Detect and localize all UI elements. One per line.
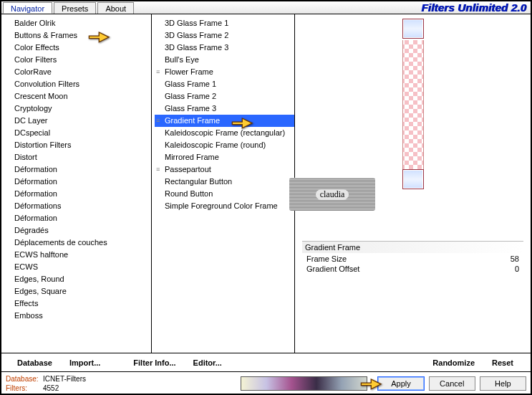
app-title: Filters Unlimited 2.0 (421, 1, 526, 14)
category-item[interactable]: Effects (4, 298, 151, 310)
param-value: 0 (515, 265, 519, 273)
help-button[interactable]: Help (480, 376, 526, 391)
category-item[interactable]: DC Layer (4, 115, 151, 127)
cancel-button[interactable]: Cancel (429, 376, 475, 391)
filter-item[interactable]: 3D Glass Frame 3 (155, 42, 294, 54)
param-label: Frame Size (306, 254, 347, 263)
filter-item[interactable]: Glass Frame 3 (155, 103, 294, 115)
category-item[interactable]: Emboss (4, 310, 151, 322)
category-item[interactable]: Déplacements de couches (4, 237, 151, 249)
param-row[interactable]: Gradient Offset0 (306, 265, 519, 273)
preview-bottom-frame (402, 169, 424, 189)
category-item[interactable]: Color Filters (4, 54, 151, 66)
filter-item[interactable]: Kaleidoscopic Frame (round) (155, 139, 294, 151)
category-item[interactable]: ECWS (4, 261, 151, 273)
watermark-text: claudia (316, 189, 349, 200)
filter-item[interactable]: 3D Glass Frame 2 (155, 29, 294, 42)
editor-button[interactable]: Editor... (185, 358, 231, 367)
filter-item[interactable]: Rectangular Button (155, 176, 294, 188)
param-label: Gradient Offset (306, 265, 359, 273)
category-item[interactable]: Color Effects (4, 42, 151, 54)
category-item[interactable]: Crescent Moon (4, 90, 151, 103)
category-item[interactable]: ColorRave (4, 66, 151, 78)
filter-item[interactable]: Glass Frame 2 (155, 90, 294, 103)
filter-item[interactable]: Mirrored Frame (155, 151, 294, 163)
filter-item[interactable]: Glass Frame 1 (155, 78, 294, 90)
gradient-preview-bar (241, 376, 368, 391)
category-item[interactable]: Déformations (4, 200, 151, 212)
category-item[interactable]: Distortion Filters (4, 139, 151, 151)
param-title: Gradient Frame (302, 241, 523, 253)
import-button[interactable]: Import... (61, 358, 109, 367)
param-row[interactable]: Frame Size58 (306, 254, 519, 263)
category-item[interactable]: Edges, Square (4, 285, 151, 298)
preview-checker (402, 40, 424, 169)
category-item[interactable]: Convolution Filters (4, 78, 151, 90)
category-item[interactable]: Cryptology (4, 103, 151, 115)
category-item[interactable]: DCspecial (4, 127, 151, 139)
status-db-label: Database: (6, 374, 43, 384)
reset-button[interactable]: Reset (483, 358, 522, 367)
param-value: 58 (511, 254, 519, 263)
filter-list[interactable]: 3D Glass Frame 13D Glass Frame 23D Glass… (155, 17, 294, 351)
status-filters-value: 4552 (43, 384, 59, 392)
category-item[interactable]: Déformation (4, 163, 151, 176)
category-item[interactable]: Dégradés (4, 224, 151, 237)
filter-item[interactable]: Simple Foreground Color Frame (155, 200, 294, 212)
filter-info-button[interactable]: Filter Info... (125, 358, 184, 367)
status-info: Database:ICNET-Filters Filters:4552 (6, 374, 133, 393)
category-item[interactable]: ECWS halftone (4, 249, 151, 261)
status-db-value: ICNET-Filters (43, 375, 86, 383)
category-item[interactable]: Déformation (4, 188, 151, 200)
category-item[interactable]: Déformation (4, 212, 151, 224)
database-button[interactable]: Database (9, 358, 61, 367)
filter-item[interactable]: Kaleidoscopic Frame (rectangular) (155, 127, 294, 139)
filter-item[interactable]: Passepartout (155, 163, 294, 176)
randomize-button[interactable]: Randomize (424, 358, 483, 367)
filter-item[interactable]: 3D Glass Frame 1 (155, 17, 294, 29)
category-item[interactable]: Déformation (4, 176, 151, 188)
tab-about[interactable]: About (97, 2, 134, 14)
filter-item[interactable]: Bull's Eye (155, 54, 294, 66)
watermark: claudia (289, 178, 375, 211)
filter-item[interactable]: Gradient Frame (155, 115, 294, 127)
tab-presets[interactable]: Presets (54, 2, 96, 14)
category-list[interactable]: Balder OlrikButtons & FramesColor Effect… (4, 17, 151, 351)
preview-top-frame (402, 19, 424, 39)
status-filters-label: Filters: (6, 384, 43, 393)
apply-button[interactable]: Apply (377, 376, 424, 391)
category-item[interactable]: Buttons & Frames (4, 29, 151, 42)
category-item[interactable]: Distort (4, 151, 151, 163)
filter-item[interactable]: Flower Frame (155, 66, 294, 78)
category-item[interactable]: Edges, Round (4, 273, 151, 285)
filter-item[interactable]: Round Button (155, 188, 294, 200)
tab-navigator[interactable]: Navigator (3, 2, 52, 14)
category-item[interactable]: Balder Olrik (4, 17, 151, 29)
